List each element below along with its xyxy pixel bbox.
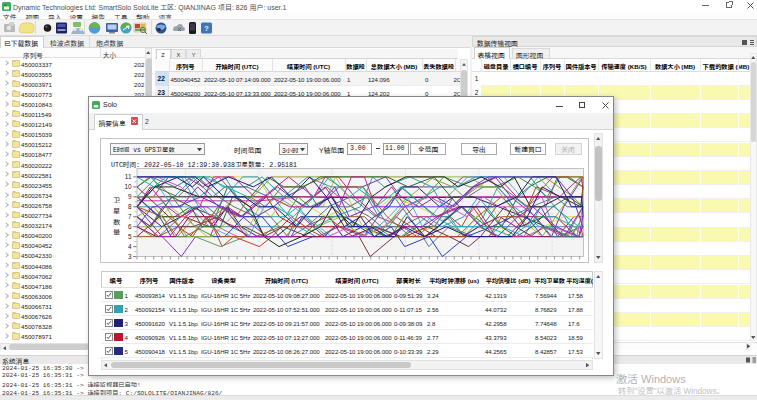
svg-text:8: 8: [128, 203, 132, 210]
svg-text:5: 5: [128, 233, 132, 240]
svg-text:10: 10: [124, 183, 132, 190]
svg-text:7: 7: [128, 213, 132, 220]
svg-text:3: 3: [128, 253, 132, 260]
svg-text:?: ?: [204, 24, 209, 33]
svg-text:4: 4: [128, 243, 132, 250]
svg-text:6: 6: [128, 223, 132, 230]
svg-text:11: 11: [125, 173, 132, 180]
svg-text:9: 9: [128, 193, 132, 200]
